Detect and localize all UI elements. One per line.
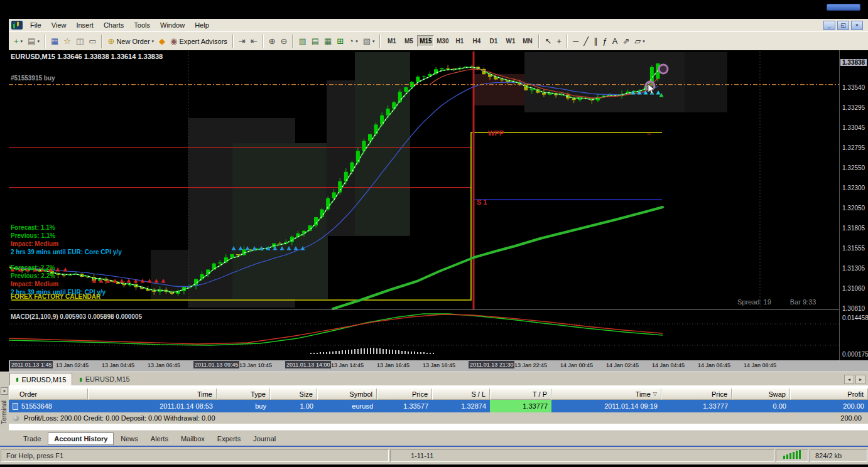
timeframe-m5[interactable]: M5 bbox=[400, 35, 417, 47]
terminal-tab-trade[interactable]: Trade bbox=[18, 433, 46, 444]
menu-help[interactable]: Help bbox=[190, 19, 214, 31]
menu-charts[interactable]: Charts bbox=[99, 19, 129, 31]
column-header-time[interactable]: Time bbox=[88, 389, 217, 400]
timeframe-m15[interactable]: M15 bbox=[417, 35, 434, 47]
zoom-in-button[interactable]: ⊕ bbox=[266, 34, 278, 49]
new-chart-button[interactable]: +▾ bbox=[11, 34, 25, 49]
timeframe-m30[interactable]: M30 bbox=[434, 35, 451, 47]
text-tool[interactable]: A bbox=[610, 34, 621, 49]
timeframe-w1[interactable]: W1 bbox=[502, 35, 519, 47]
trendline-tool[interactable]: ╱ bbox=[581, 34, 591, 49]
terminal-close-button[interactable]: × bbox=[1, 387, 8, 395]
chart-shift-button[interactable]: ⇤ bbox=[248, 34, 260, 49]
market-watch-button[interactable]: ▦ bbox=[48, 34, 61, 49]
history-cell[interactable]: 1.00 bbox=[270, 400, 317, 412]
expert-advisors-button[interactable]: ◉Expert Advisors bbox=[168, 34, 230, 49]
dropdown-arrow-icon: ▾ bbox=[372, 39, 375, 44]
chart-tab[interactable]: ▮EURUSD,M15 bbox=[73, 373, 135, 385]
zoom-out-button[interactable]: ⊖ bbox=[278, 34, 290, 49]
history-table-row[interactable]: 515536482011.01.14 08:53buy1.00eurusd1.3… bbox=[9, 400, 868, 412]
column-header-price[interactable]: Price bbox=[377, 389, 432, 400]
price-axis[interactable]: 1.33838 1.335401.332951.330451.327951.32… bbox=[839, 50, 868, 360]
templates-button[interactable]: ▧▾ bbox=[361, 34, 377, 49]
column-header-price[interactable]: Price bbox=[661, 389, 732, 400]
timeframe-d1[interactable]: D1 bbox=[485, 35, 502, 47]
history-cell[interactable]: 1.33777 bbox=[661, 400, 732, 412]
menu-view[interactable]: View bbox=[46, 19, 72, 31]
restore-button[interactable]: ◱ bbox=[837, 21, 849, 30]
toolbar-separator bbox=[263, 35, 264, 48]
menu-file[interactable]: File bbox=[25, 19, 46, 31]
column-header-tp[interactable]: T / P bbox=[490, 389, 551, 400]
channel-tool[interactable]: ∥ bbox=[591, 34, 600, 49]
minimize-button[interactable]: _ bbox=[823, 21, 835, 30]
history-cell[interactable]: buy bbox=[217, 400, 270, 412]
new-order-button[interactable]: ⊕New Order▾ bbox=[105, 34, 156, 49]
cursor-tool[interactable]: ↖ bbox=[542, 34, 554, 49]
window-controls: _◱× bbox=[823, 21, 868, 30]
data-window-button[interactable]: ◫ bbox=[73, 34, 86, 49]
time-label: 13 Jan 18:45 bbox=[423, 362, 455, 368]
shapes-tool[interactable]: ▱▾ bbox=[632, 34, 648, 49]
history-cell[interactable]: 51553648 bbox=[9, 400, 88, 412]
metaeditor-button[interactable]: ◆ bbox=[156, 34, 168, 49]
horizontal-line-tool[interactable]: ─ bbox=[570, 34, 581, 49]
menu-insert[interactable]: Insert bbox=[71, 19, 99, 31]
timeframe-m1[interactable]: M1 bbox=[383, 35, 400, 47]
navigator-button[interactable]: ☆ bbox=[61, 34, 73, 49]
history-cell[interactable]: 0.00 bbox=[732, 400, 790, 412]
timeframe-h1[interactable]: H1 bbox=[451, 35, 468, 47]
terminal-toggle-button[interactable]: ▭ bbox=[86, 34, 99, 49]
terminal-tab-account-history[interactable]: Account History bbox=[48, 432, 114, 445]
history-cell[interactable]: 1.33577 bbox=[377, 400, 432, 412]
history-cell[interactable]: 1.33777 bbox=[490, 400, 551, 412]
cascade-windows-button[interactable]: ▤ bbox=[309, 34, 322, 49]
column-header-swap[interactable]: Swap bbox=[732, 389, 790, 400]
status-traffic: 824/2 kb bbox=[810, 449, 867, 462]
column-header-time[interactable]: Time▽ bbox=[551, 389, 661, 400]
profiles-button[interactable]: ▤▾ bbox=[25, 34, 42, 49]
terminal-tab-experts[interactable]: Experts bbox=[212, 433, 246, 444]
cell-value: 1.33777 bbox=[703, 402, 728, 410]
periods-button[interactable]: ◔▾ bbox=[346, 34, 360, 49]
arrow-tool[interactable]: ⇗ bbox=[620, 34, 632, 49]
menu-window[interactable]: Window bbox=[155, 19, 190, 31]
fibonacci-tool[interactable]: ƒ bbox=[600, 34, 610, 49]
autoscroll-button[interactable]: ⇥ bbox=[236, 34, 248, 49]
column-header-sl[interactable]: S / L bbox=[432, 389, 490, 400]
terminal-tab-journal[interactable]: Journal bbox=[247, 433, 281, 444]
timeframe-h4[interactable]: H4 bbox=[468, 35, 485, 47]
tab-scroll-controls: ◂ ▸ bbox=[844, 375, 865, 384]
terminal-tab-mailbox[interactable]: Mailbox bbox=[175, 433, 210, 444]
column-header-type[interactable]: Type bbox=[217, 389, 270, 400]
history-cell[interactable]: eurusd bbox=[317, 400, 377, 412]
terminal-tab-alerts[interactable]: Alerts bbox=[145, 433, 174, 444]
chart-area[interactable]: EURUSD,M15 1.33646 1.33838 1.33614 1.338… bbox=[9, 50, 839, 360]
status-date: 1-11-11 bbox=[390, 449, 774, 462]
market-watch-icon: ▦ bbox=[51, 37, 58, 45]
add-chart-button[interactable]: ⊞ bbox=[334, 34, 346, 49]
crosshair-tool[interactable]: + bbox=[554, 34, 564, 49]
time-axis[interactable]: 2011.01.13 1:4513 Jan 02:4513 Jan 04:451… bbox=[9, 360, 839, 372]
new-order-icon: ⊕ bbox=[107, 37, 114, 45]
status-help-text: For Help, press F1 bbox=[1, 449, 389, 462]
close-button[interactable]: × bbox=[851, 21, 863, 30]
menu-tools[interactable]: Tools bbox=[129, 19, 155, 31]
terminal-tab-news[interactable]: News bbox=[115, 433, 144, 444]
chart-tab[interactable]: ▮EURUSD,M15 bbox=[9, 373, 72, 385]
scroll-tabs-left-button[interactable]: ◂ bbox=[844, 375, 854, 384]
news-line: Previous: 2.2% bbox=[11, 272, 55, 279]
timeframe-mn[interactable]: MN bbox=[519, 35, 536, 47]
time-label: 14 Jan 08:45 bbox=[744, 362, 776, 368]
scroll-tabs-right-button[interactable]: ▸ bbox=[855, 375, 865, 384]
history-cell[interactable]: 200.00 bbox=[790, 400, 868, 412]
column-header-order[interactable]: Order bbox=[9, 389, 88, 400]
history-cell[interactable]: 2011.01.14 09:19 bbox=[551, 400, 661, 412]
history-cell[interactable]: 2011.01.14 08:53 bbox=[88, 400, 217, 412]
arrange-windows-button[interactable]: ▦ bbox=[322, 34, 334, 49]
history-cell[interactable]: 1.32874 bbox=[432, 400, 490, 412]
column-header-size[interactable]: Size bbox=[270, 389, 317, 400]
tile-windows-button[interactable]: ▥ bbox=[296, 34, 308, 49]
column-header-symbol[interactable]: Symbol bbox=[317, 389, 377, 400]
column-header-profit[interactable]: Profit bbox=[790, 389, 868, 400]
